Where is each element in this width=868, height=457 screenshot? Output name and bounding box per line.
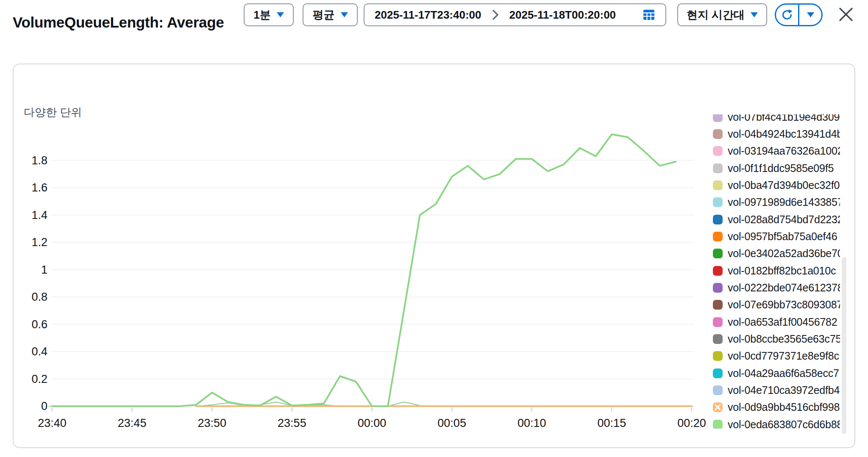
y-tick-label: 0 xyxy=(13,400,47,413)
legend-swatch xyxy=(713,317,723,327)
legend-item[interactable]: vol-03194aa76326a1002 xyxy=(713,143,840,160)
legend-swatch xyxy=(713,249,723,258)
legend-swatch xyxy=(713,197,723,207)
legend-item-label: vol-0ba47d394b0ec32f0 xyxy=(728,179,840,191)
legend-item[interactable]: vol-04b4924bc13941d4b xyxy=(713,125,840,142)
cloudwatch-metric-page: { "header": { "title": "VolumeQueueLengt… xyxy=(0,0,868,457)
x-tick-label: 00:20 xyxy=(677,417,706,430)
y-tick-label: 0.2 xyxy=(13,372,47,385)
x-tick-label: 23:50 xyxy=(198,417,226,430)
y-tick-label: 1.4 xyxy=(13,208,47,222)
legend-swatch xyxy=(713,420,723,429)
legend-swatch xyxy=(713,300,723,310)
legend-item-label: vol-04b4924bc13941d4b xyxy=(728,128,840,140)
y-tick-label: 1.2 xyxy=(13,236,47,249)
legend-item[interactable]: vol-0d9a9bb4516cbf998 xyxy=(713,399,840,416)
legend-item[interactable]: vol-07bf4c41b19e4d309 xyxy=(713,114,840,125)
legend-item-label: vol-04a29aa6f6a58ecc7 xyxy=(728,367,839,379)
chart-legend: vol-07bf4c41b19e4d309vol-04b4924bc13941d… xyxy=(713,114,840,429)
legend-item[interactable]: vol-0cd7797371e8e9f8c xyxy=(713,348,839,365)
legend-item[interactable]: vol-0a653af1f00456782 xyxy=(713,313,837,330)
y-tick-label: 0.8 xyxy=(13,291,47,304)
legend-scrollbar[interactable] xyxy=(842,257,846,434)
legend-item-label: vol-0971989d6e1433857 xyxy=(728,196,840,208)
legend-item-label: vol-0cd7797371e8e9f8c xyxy=(728,350,839,362)
legend-item[interactable]: vol-0eda683807c6d6b88 xyxy=(713,416,840,429)
legend-swatch xyxy=(713,129,723,139)
series-line-vol-0eda683807c6d6b88 xyxy=(52,134,676,406)
y-tick-label: 0.4 xyxy=(13,345,47,358)
legend-swatch xyxy=(713,385,723,395)
legend-item[interactable]: vol-04a29aa6f6a58ecc7 xyxy=(713,365,839,382)
legend-item[interactable]: vol-028a8d754bd7d2232 xyxy=(713,211,840,228)
legend-item[interactable]: vol-0222bde074e612378 xyxy=(713,280,840,296)
x-tick-label: 00:00 xyxy=(358,417,387,430)
legend-item[interactable]: vol-0182bff82bc1a010c xyxy=(713,262,836,279)
legend-swatch xyxy=(713,351,723,361)
legend-item[interactable]: vol-0e3402a52ad36be70 xyxy=(713,245,840,262)
legend-item-label: vol-0222bde074e612378 xyxy=(728,282,840,294)
legend-item-label: vol-0eda683807c6d6b88 xyxy=(728,418,840,429)
legend-swatch xyxy=(713,283,723,293)
y-tick-label: 1 xyxy=(13,263,47,276)
y-tick-label: 1.8 xyxy=(13,154,47,167)
legend-item[interactable]: vol-0b8ccbe3565e63c75 xyxy=(713,331,840,348)
legend-swatch xyxy=(713,266,723,276)
x-tick-label: 23:55 xyxy=(278,417,306,430)
legend-swatch xyxy=(713,368,723,378)
legend-item-label: vol-0b8ccbe3565e63c75 xyxy=(728,333,840,345)
legend-item[interactable]: vol-0957bf5ab75a0ef46 xyxy=(713,228,837,245)
x-tick-label: 00:15 xyxy=(598,417,626,430)
legend-item[interactable]: vol-07e69bb73c8093087 xyxy=(713,296,840,313)
x-tick-label: 23:40 xyxy=(38,417,67,430)
legend-item[interactable]: vol-0971989d6e1433857 xyxy=(713,194,840,211)
legend-item-label: vol-07e69bb73c8093087 xyxy=(728,299,840,311)
legend-item-label: vol-0957bf5ab75a0ef46 xyxy=(728,230,837,243)
legend-item[interactable]: vol-0ba47d394b0ec32f0 xyxy=(713,177,840,194)
legend-swatch xyxy=(713,215,723,224)
legend-swatch xyxy=(713,146,723,156)
legend-item-label: vol-0a653af1f00456782 xyxy=(728,316,837,328)
legend-swatch xyxy=(713,402,723,412)
x-tick-label: 23:45 xyxy=(118,417,147,430)
legend-swatch xyxy=(713,163,723,173)
legend-item-label: vol-04e710ca3972edfb4 xyxy=(728,384,840,396)
x-tick-label: 00:10 xyxy=(517,417,546,430)
legend-swatch xyxy=(713,232,723,241)
y-tick-label: 0.6 xyxy=(13,318,47,331)
legend-swatch xyxy=(713,114,723,122)
legend-item-label: vol-0182bff82bc1a010c xyxy=(728,265,836,277)
legend-item[interactable]: vol-0f1f1ddc9585e09f5 xyxy=(713,160,834,177)
legend-item-label: vol-03194aa76326a1002 xyxy=(728,145,840,157)
y-tick-label: 1.6 xyxy=(13,181,47,194)
legend-item-label: vol-028a8d754bd7d2232 xyxy=(728,213,840,226)
legend-item-label: vol-0e3402a52ad36be70 xyxy=(728,247,840,260)
legend-item[interactable]: vol-04e710ca3972edfb4 xyxy=(713,382,840,399)
legend-item-label: vol-0f1f1ddc9585e09f5 xyxy=(728,162,834,174)
legend-item-label: vol-0d9a9bb4516cbf998 xyxy=(728,401,840,413)
x-marker-icon xyxy=(713,402,723,412)
legend-swatch xyxy=(713,180,723,190)
legend-item-label: vol-07bf4c41b19e4d309 xyxy=(728,114,840,123)
legend-swatch xyxy=(713,334,723,344)
x-tick-label: 00:05 xyxy=(437,417,466,430)
